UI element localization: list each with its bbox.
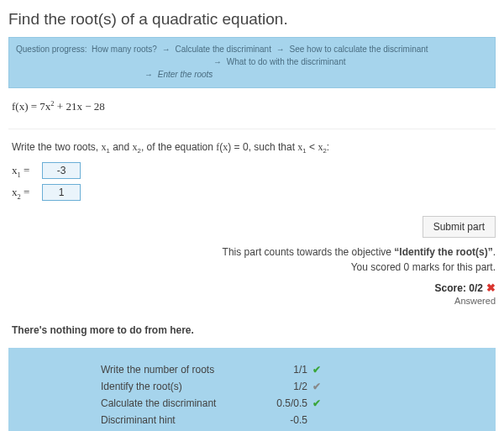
progress-box: Question progress: How many roots? → Cal… xyxy=(8,37,496,88)
arrow-icon: → xyxy=(276,45,285,54)
summary-item-score: -0.5 xyxy=(265,414,307,426)
nothing-more-text: There's nothing more to do from here. xyxy=(12,324,496,336)
summary-row: Write the number of roots 1/1 ✔ xyxy=(101,361,403,378)
x1-row: x1 = xyxy=(12,162,496,179)
progress-step-4: Enter the roots xyxy=(158,70,213,79)
roots-prompt: Write the two roots, x1 and x2, of the e… xyxy=(12,141,496,154)
equation-display: f(x) = 7x2 + 21x − 28 xyxy=(12,100,496,113)
page-title: Find the root(s) of a quadratic equation… xyxy=(8,10,496,29)
x2-input[interactable] xyxy=(42,184,81,201)
objective-name: “Identify the root(s)” xyxy=(394,246,492,258)
arrow-icon: → xyxy=(162,45,171,54)
check-icon: ✔ xyxy=(312,364,329,376)
feedback-text: This part counts towards the objective “… xyxy=(8,246,496,273)
summary-item-name: Identify the root(s) xyxy=(101,381,260,392)
arrow-icon: → xyxy=(213,57,222,66)
summary-item-score: 1/2 xyxy=(265,381,307,392)
progress-step-0: How many roots? xyxy=(92,45,157,54)
progress-label: Question progress: xyxy=(16,45,87,54)
x1-label: x1 = xyxy=(12,164,42,177)
progress-step-2: See how to calculate the discriminant xyxy=(290,45,428,54)
score-row: Score: 0/2 ✖ xyxy=(8,281,496,294)
check-icon: ✔ xyxy=(312,397,329,409)
summary-item-name: Calculate the discriminant xyxy=(101,397,260,409)
summary-row: Calculate the discriminant 0.5/0.5 ✔ xyxy=(101,395,403,412)
check-icon: ✔ xyxy=(312,381,329,392)
x1-input[interactable] xyxy=(42,162,81,179)
summary-item-score: 1/1 xyxy=(265,364,307,376)
progress-step-1: Calculate the discriminant xyxy=(175,45,271,54)
summary-panel: Write the number of roots 1/1 ✔ Identify… xyxy=(8,348,496,431)
summary-row: Discriminant hint -0.5 xyxy=(101,412,403,428)
divider xyxy=(8,129,496,129)
submit-part-button[interactable]: Submit part xyxy=(423,216,496,238)
progress-step-3: What to do with the discriminant xyxy=(227,57,346,66)
score-value: 0/2 xyxy=(469,282,483,294)
arrow-icon: → xyxy=(144,70,153,79)
summary-row: Identify the root(s) 1/2 ✔ xyxy=(101,378,403,395)
feedback-marks: You scored 0 marks for this part. xyxy=(8,261,496,273)
x2-row: x2 = xyxy=(12,184,496,201)
answered-label: Answered xyxy=(8,296,496,306)
summary-item-name: Write the number of roots xyxy=(101,364,260,376)
cross-icon: ✖ xyxy=(486,281,496,294)
summary-item-score: 0.5/0.5 xyxy=(265,397,307,409)
summary-item-name: Discriminant hint xyxy=(101,414,260,426)
x2-label: x2 = xyxy=(12,186,42,199)
